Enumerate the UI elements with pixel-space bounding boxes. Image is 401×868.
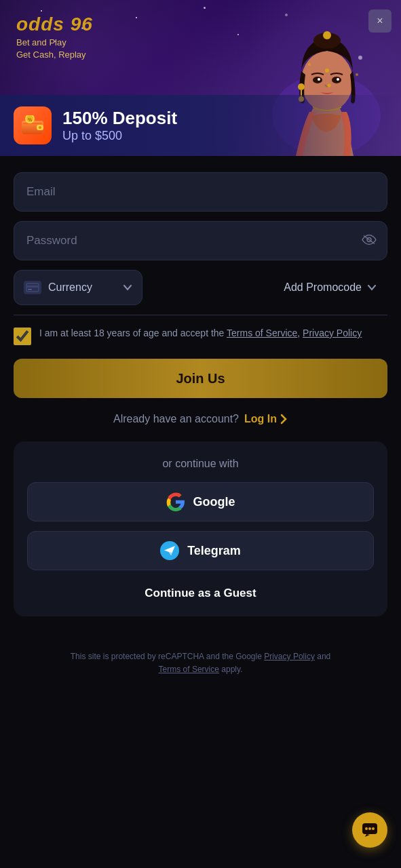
terms-of-service-link[interactable]: Terms of Service (227, 328, 297, 338)
recaptcha-tos-link[interactable]: Terms of Service (159, 665, 219, 674)
svg-rect-27 (28, 289, 32, 290)
terms-checkbox-wrapper[interactable] (14, 328, 31, 345)
currency-selector[interactable]: Currency (14, 270, 142, 305)
svg-point-13 (308, 63, 311, 66)
google-icon (166, 492, 185, 511)
currency-chevron-icon (123, 282, 132, 293)
svg-point-8 (337, 78, 339, 81)
svg-point-6 (332, 77, 341, 83)
promo-label: Add Promocode (284, 281, 362, 294)
svg-point-7 (318, 78, 320, 81)
logo-text: odds 96 (16, 15, 93, 34)
social-login-box: or continue with Google Telegram Continu… (14, 441, 387, 616)
login-link[interactable]: Log In (244, 413, 288, 425)
privacy-policy-link[interactable]: Privacy Policy (303, 328, 362, 338)
currency-label: Currency (48, 281, 116, 294)
promo-chevron-icon (367, 283, 377, 293)
close-button[interactable]: × (368, 9, 392, 33)
svg-point-29 (365, 827, 368, 830)
svg-point-4 (323, 31, 331, 39)
deposit-banner: % 150% Deposit Up to $500 (0, 95, 401, 156)
svg-point-9 (328, 84, 331, 87)
currency-promo-row: Currency Add Promocode (14, 270, 387, 305)
svg-point-30 (368, 827, 371, 830)
currency-card-icon (24, 281, 41, 294)
banner-tagline: Bet and Play Get Cash, Replay (16, 37, 93, 61)
google-login-button[interactable]: Google (27, 482, 374, 521)
terms-row: I am at least 18 years of age and accept… (14, 326, 387, 345)
telegram-label: Telegram (187, 544, 241, 558)
terms-checkbox[interactable] (14, 328, 31, 345)
terms-text: I am at least 18 years of age and accept… (39, 326, 362, 340)
deposit-text: 150% Deposit Up to $500 (62, 108, 177, 143)
svg-point-10 (325, 68, 329, 73)
telegram-login-button[interactable]: Telegram (27, 531, 374, 570)
password-toggle-icon[interactable] (362, 233, 377, 249)
svg-point-11 (298, 83, 305, 90)
google-label: Google (193, 495, 235, 509)
svg-point-5 (313, 77, 322, 83)
registration-form: Currency Add Promocode I am at least 18 … (0, 156, 401, 650)
svg-point-31 (372, 827, 375, 830)
svg-point-15 (358, 56, 362, 60)
deposit-subtitle: Up to $500 (62, 129, 177, 143)
banner: × odds 96 Bet and Play Get Cash, Replay (0, 0, 401, 156)
svg-text:%: % (28, 117, 33, 122)
chat-button[interactable] (352, 812, 387, 848)
deposit-title: 150% Deposit (62, 108, 177, 129)
guest-button[interactable]: Continue as a Guest (27, 580, 374, 600)
promocode-button[interactable]: Add Promocode (142, 270, 387, 305)
telegram-icon (160, 541, 179, 560)
password-wrapper (14, 221, 387, 260)
or-continue-text: or continue with (27, 458, 374, 470)
password-input[interactable] (14, 221, 387, 260)
email-input[interactable] (14, 172, 387, 212)
recaptcha-notice: This site is protected by reCAPTCHA and … (0, 650, 401, 744)
join-button[interactable]: Join Us (14, 359, 387, 398)
recaptcha-privacy-link[interactable]: Privacy Policy (264, 652, 315, 661)
svg-rect-26 (26, 285, 39, 288)
deposit-icon: % (14, 106, 52, 144)
login-row: Already have an account? Log In (14, 413, 387, 425)
login-question-text: Already have an account? (113, 413, 239, 425)
divider (14, 315, 387, 315)
banner-logo: odds 96 Bet and Play Get Cash, Replay (16, 15, 93, 61)
svg-point-19 (39, 126, 41, 129)
svg-point-14 (356, 73, 358, 76)
